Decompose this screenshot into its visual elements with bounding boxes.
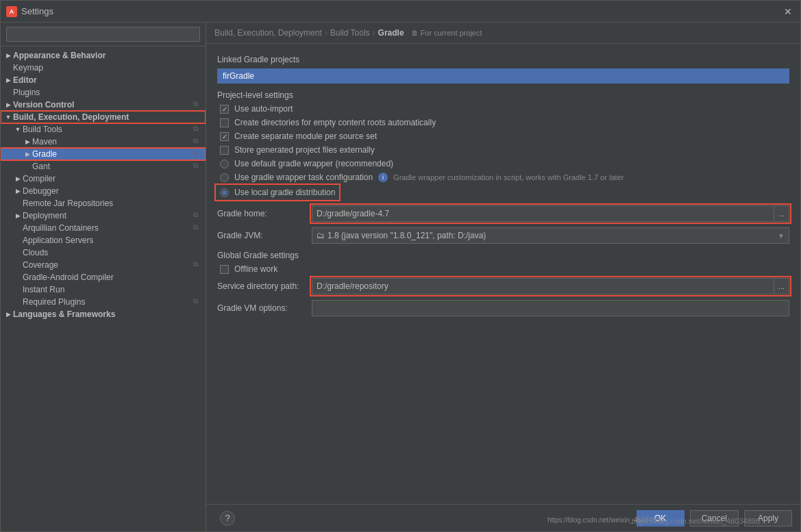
- search-bar: [1, 23, 206, 47]
- checkbox-auto-import[interactable]: [220, 105, 229, 114]
- arrow-icon: ▶: [3, 309, 13, 319]
- checkbox-offline[interactable]: [220, 265, 229, 274]
- copy-icon: ⧉: [193, 162, 203, 171]
- breadcrumb: Build, Execution, Deployment › Build Too…: [206, 23, 800, 44]
- arrow-icon: ▶: [13, 211, 23, 220]
- close-button[interactable]: ✕: [781, 5, 795, 18]
- sidebar-label: Version Control: [13, 100, 190, 110]
- label-auto-import: Use auto-import: [234, 104, 293, 114]
- sidebar-item-instant-run[interactable]: ▶ Instant Run: [1, 283, 206, 296]
- sidebar-item-arquillian[interactable]: ▶ Arquillian Containers ⧉: [1, 222, 206, 234]
- arrow-icon: ▶: [13, 174, 23, 183]
- right-panel: Build, Execution, Deployment › Build Too…: [206, 23, 800, 531]
- service-dir-input[interactable]: [312, 278, 774, 294]
- sidebar-label: Arquillian Containers: [23, 223, 190, 233]
- label-store-externally: Store generated project files externally: [234, 145, 375, 155]
- settings-window: A Settings ✕ ▶ Appearance & Behavior ▶ K…: [0, 0, 801, 532]
- sidebar-item-debugger[interactable]: ▶ Debugger: [1, 185, 206, 197]
- radio-wrapper-task[interactable]: [220, 173, 229, 182]
- sidebar-label: Editor: [13, 75, 203, 85]
- checkbox-create-dirs[interactable]: [220, 118, 229, 127]
- setting-store-externally: Store generated project files externally: [217, 145, 789, 155]
- linked-project-item[interactable]: firGradle: [217, 68, 789, 84]
- sidebar-item-languages[interactable]: ▶ Languages & Frameworks: [1, 308, 206, 320]
- sidebar-item-maven[interactable]: ▶ Maven ⧉: [1, 136, 206, 148]
- breadcrumb-note: 🗎 For current project: [411, 29, 482, 37]
- sidebar-item-required-plugins[interactable]: ▶ Required Plugins ⧉: [1, 296, 206, 308]
- sidebar-item-build-execution[interactable]: ▼ Build, Execution, Deployment: [1, 111, 206, 123]
- sidebar-item-build-tools[interactable]: ▼ Build Tools ⧉: [1, 123, 206, 136]
- copy-icon: ⧉: [193, 125, 203, 134]
- checkbox-separate-module[interactable]: [220, 132, 229, 141]
- sidebar-item-gant[interactable]: ▶ Gant ⧉: [1, 160, 206, 173]
- main-content: ▶ Appearance & Behavior ▶ Keymap ▶ Edito…: [1, 23, 800, 531]
- breadcrumb-part-1: Build, Execution, Deployment: [214, 28, 322, 38]
- vm-options-label: Gradle VM options:: [217, 303, 306, 313]
- sidebar-item-deployment[interactable]: ▶ Deployment ⧉: [1, 210, 206, 222]
- watermark-text: https://blog.csdn.net/weixin_46034890: [632, 517, 760, 525]
- copy-icon: ⧉: [193, 260, 203, 270]
- copy-icon: ⧉: [193, 211, 203, 220]
- copy-icon: ⧉: [193, 297, 203, 307]
- sidebar-item-coverage[interactable]: ▶ Coverage ⧉: [1, 259, 206, 271]
- copy-icon: ⧉: [193, 137, 203, 147]
- label-default-wrapper: Use default gradle wrapper (recommended): [234, 159, 393, 168]
- sidebar-label: Build Tools: [23, 125, 190, 134]
- sidebar-item-app-servers[interactable]: ▶ Application Servers: [1, 234, 206, 246]
- radio-local-dist[interactable]: [220, 188, 229, 197]
- breadcrumb-part-2: Build Tools: [330, 28, 370, 38]
- sidebar-label: Coverage: [23, 260, 190, 270]
- sidebar-label: Required Plugins: [23, 297, 190, 307]
- search-input[interactable]: [6, 27, 200, 42]
- sidebar-item-gradle-android[interactable]: ▶ Gradle-Android Compiler: [1, 271, 206, 283]
- sidebar-label: Plugins: [13, 88, 203, 97]
- chevron-down-icon: ▼: [778, 232, 785, 240]
- setting-offline: Offline work: [217, 264, 789, 274]
- sidebar-label: Debugger: [23, 186, 203, 196]
- gradle-jvm-row: Gradle JVM: 🗂 1.8 (java version "1.8.0_1…: [217, 227, 789, 244]
- sidebar-item-plugins[interactable]: ▶ Plugins: [1, 86, 206, 99]
- sidebar-label: Deployment: [23, 211, 190, 220]
- sidebar-item-version-control[interactable]: ▶ Version Control ⧉: [1, 99, 206, 111]
- gradle-jvm-select[interactable]: 🗂 1.8 (java version "1.8.0_121", path: D…: [312, 227, 789, 244]
- arrow-icon: ▶: [23, 137, 32, 147]
- info-icon[interactable]: i: [378, 173, 388, 182]
- label-local-dist: Use local gradle distribution: [234, 188, 335, 197]
- sidebar-item-gradle[interactable]: ▶ Gradle ⧉: [1, 148, 206, 160]
- label-separate-module: Create separate module per source set: [234, 131, 377, 141]
- gradle-jvm-label: Gradle JVM:: [217, 231, 306, 240]
- sidebar-item-remote-jar[interactable]: ▶ Remote Jar Repositories: [1, 197, 206, 210]
- checkbox-store-externally[interactable]: [220, 146, 229, 155]
- setting-separate-module: Create separate module per source set: [217, 131, 789, 141]
- sidebar-label: Keymap: [13, 63, 203, 73]
- label-wrapper-task: Use gradle wrapper task configuration: [234, 173, 373, 182]
- breadcrumb-sep-2: ›: [373, 28, 375, 38]
- project-level-title: Project-level settings: [217, 90, 789, 100]
- label-create-dirs: Create directories for empty content roo…: [234, 118, 436, 127]
- setting-create-dirs: Create directories for empty content roo…: [217, 118, 789, 127]
- sidebar-label: Build, Execution, Deployment: [13, 112, 203, 122]
- gradle-home-row: Gradle home: ...: [217, 205, 789, 222]
- service-dir-row: Service directory path: ...: [217, 278, 789, 294]
- setting-wrapper-task: Use gradle wrapper task configuration i …: [217, 173, 789, 182]
- service-dir-browse-btn[interactable]: ...: [774, 278, 789, 294]
- title-bar: A Settings ✕: [1, 1, 800, 23]
- gradle-home-browse-btn[interactable]: ...: [774, 205, 789, 222]
- arrow-icon: ▶: [3, 51, 13, 60]
- gradle-home-input[interactable]: [312, 205, 774, 222]
- breadcrumb-sep: ›: [325, 28, 328, 38]
- jvm-icon: 🗂: [317, 231, 325, 240]
- sidebar-item-clouds[interactable]: ▶ Clouds: [1, 246, 206, 259]
- arrow-icon: ▼: [13, 125, 23, 134]
- arrow-icon: ▶: [13, 186, 23, 196]
- help-button[interactable]: ?: [220, 511, 235, 526]
- sidebar-item-appearance[interactable]: ▶ Appearance & Behavior: [1, 49, 206, 62]
- radio-default-wrapper[interactable]: [220, 160, 229, 168]
- sidebar-item-compiler[interactable]: ▶ Compiler: [1, 173, 206, 185]
- setting-local-dist: Use local gradle distribution: [217, 186, 338, 199]
- arrow-icon: ▼: [3, 112, 13, 122]
- vm-options-input[interactable]: [312, 300, 789, 316]
- sidebar-item-editor[interactable]: ▶ Editor: [1, 74, 206, 86]
- service-dir-input-group: ...: [312, 278, 789, 294]
- sidebar-item-keymap[interactable]: ▶ Keymap: [1, 62, 206, 74]
